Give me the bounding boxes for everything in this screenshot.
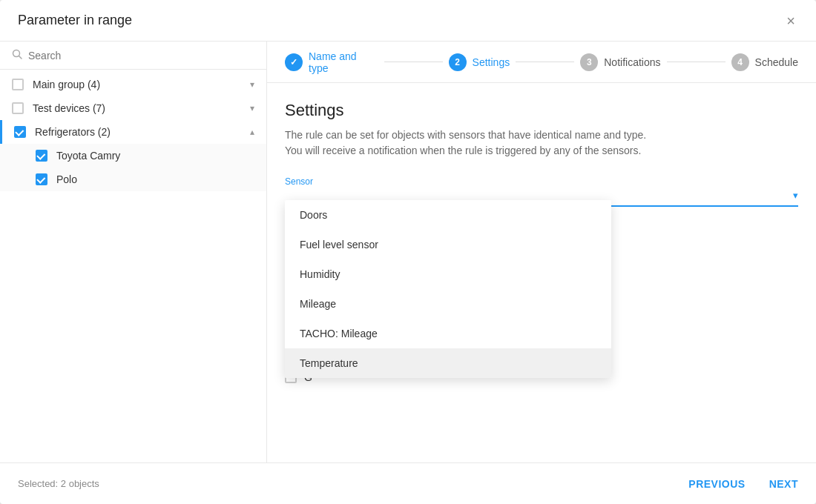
step-4: 4 Schedule xyxy=(731,53,798,71)
chevron-down-icon-sensor: ▾ xyxy=(793,190,798,201)
modal-footer: Selected: 2 objects PREVIOUS NEXT xyxy=(0,462,816,504)
group-label-test-devices: Test devices (7) xyxy=(33,102,250,114)
dropdown-item-humidity[interactable]: Humidity xyxy=(285,259,611,289)
child-label-polo: Polo xyxy=(56,173,77,185)
group-item-main-group[interactable]: Main group (4) ▾ xyxy=(0,73,266,96)
modal: Parameter in range × Main group (4) xyxy=(0,0,816,504)
tree-list: Main group (4) ▾ Test devices (7) ▾ Refr… xyxy=(0,70,266,462)
settings-description: The rule can be set for objects with sen… xyxy=(285,127,798,159)
next-button[interactable]: NEXT xyxy=(769,478,798,490)
step-label-2: Settings xyxy=(473,56,510,68)
group-label-refrigerators: Refrigerators (2) xyxy=(35,126,250,138)
step-label-1: Name and type xyxy=(309,50,378,74)
left-panel: Main group (4) ▾ Test devices (7) ▾ Refr… xyxy=(0,42,267,462)
search-input[interactable] xyxy=(28,50,254,62)
selected-count: Selected: 2 objects xyxy=(18,478,99,489)
step-label-3: Notifications xyxy=(604,56,660,68)
dropdown-item-temperature[interactable]: Temperature xyxy=(285,348,611,378)
step-1: ✓ Name and type xyxy=(285,50,378,74)
step-label-4: Schedule xyxy=(755,56,798,68)
search-icon xyxy=(12,49,22,62)
group-label-main-group: Main group (4) xyxy=(33,79,250,90)
close-button[interactable]: × xyxy=(783,10,798,31)
child-label-toyota-camry: Toyota Camry xyxy=(56,150,120,162)
list-item-polo[interactable]: Polo xyxy=(0,168,266,191)
search-bar xyxy=(0,42,266,70)
dropdown-item-doors[interactable]: Doors xyxy=(285,200,611,230)
list-item-toyota-camry[interactable]: Toyota Camry xyxy=(0,144,266,168)
group-item-test-devices[interactable]: Test devices (7) ▾ xyxy=(0,96,266,120)
step-3: 3 Notifications xyxy=(580,53,660,71)
sensor-field-label: Sensor xyxy=(285,176,798,187)
checkbox-test-devices[interactable] xyxy=(12,102,24,114)
checkbox-main-group[interactable] xyxy=(12,79,24,90)
step-connector-1 xyxy=(384,62,443,62)
desc-line-1: The rule can be set for objects with sen… xyxy=(285,129,646,141)
step-circle-3: 3 xyxy=(580,53,598,71)
step-connector-2 xyxy=(516,62,574,62)
checkbox-toyota-camry[interactable] xyxy=(36,150,47,162)
modal-header: Parameter in range × xyxy=(0,0,816,42)
step-circle-2: 2 xyxy=(449,53,467,71)
step-circle-1: ✓ xyxy=(285,53,303,71)
step-connector-3 xyxy=(667,62,725,62)
chevron-up-icon: ▴ xyxy=(250,127,254,137)
page-title: Settings xyxy=(285,101,798,120)
checkbox-refrigerators[interactable] xyxy=(14,126,26,138)
modal-body: Main group (4) ▾ Test devices (7) ▾ Refr… xyxy=(0,42,816,462)
sensor-field-container: Sensor ▾ Doors Fuel level sensor Humidit… xyxy=(285,176,798,207)
sensor-dropdown: Doors Fuel level sensor Humidity Mileage… xyxy=(285,200,611,378)
settings-content: Settings The rule can be set for objects… xyxy=(267,83,816,462)
stepper: ✓ Name and type 2 Settings 3 Notificatio… xyxy=(267,42,816,83)
right-panel: ✓ Name and type 2 Settings 3 Notificatio… xyxy=(267,42,816,462)
modal-title: Parameter in range xyxy=(18,13,132,28)
group-item-refrigerators[interactable]: Refrigerators (2) ▴ xyxy=(0,120,266,144)
step-circle-4: 4 xyxy=(731,53,749,71)
footer-buttons: PREVIOUS NEXT xyxy=(688,478,798,490)
chevron-down-icon: ▾ xyxy=(250,79,254,90)
step-2: 2 Settings xyxy=(449,53,510,71)
chevron-down-icon-2: ▾ xyxy=(250,103,254,113)
desc-line-2: You will receive a notification when the… xyxy=(285,145,641,156)
dropdown-item-mileage[interactable]: Mileage xyxy=(285,289,611,319)
checkbox-polo[interactable] xyxy=(36,173,47,185)
dropdown-item-fuel-level-sensor[interactable]: Fuel level sensor xyxy=(285,230,611,259)
dropdown-item-tacho-mileage[interactable]: TACHO: Mileage xyxy=(285,319,611,348)
svg-line-1 xyxy=(19,56,22,59)
previous-button[interactable]: PREVIOUS xyxy=(688,478,745,490)
